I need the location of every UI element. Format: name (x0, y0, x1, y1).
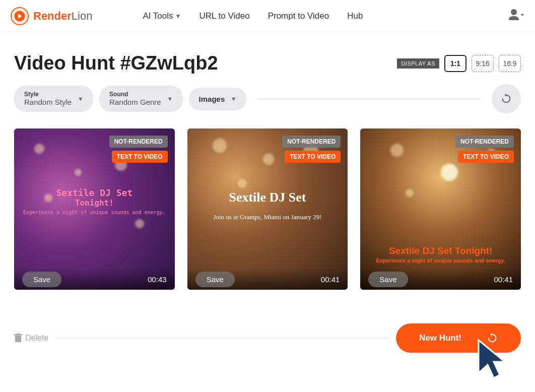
divider (55, 338, 389, 339)
save-button[interactable]: Save (368, 272, 408, 287)
nav-hub[interactable]: Hub (347, 11, 363, 21)
svg-point-2 (511, 9, 517, 15)
card-footer: Save 00:43 (14, 269, 175, 290)
filter-style[interactable]: Style Random Style ▼ (14, 86, 93, 112)
logo[interactable]: RenderLion (10, 7, 92, 26)
user-menu[interactable] (508, 8, 525, 24)
page-header: Video Hunt #GZwLqb2 DISPLAY AS 1:1 9:16 … (0, 32, 535, 84)
card-badges: NOT-RENDERED TEXT TO VIDEO (109, 136, 168, 163)
ratio-1-1[interactable]: 1:1 (444, 55, 466, 72)
refresh-button[interactable] (492, 84, 521, 113)
refresh-icon (501, 93, 512, 104)
caret-down-icon: ▼ (78, 96, 83, 102)
display-as-group: DISPLAY AS 1:1 9:16 16:9 (397, 55, 521, 72)
video-card[interactable]: NOT-RENDERED TEXT TO VIDEO Sextile DJ Se… (360, 128, 521, 290)
filter-style-label: Style (24, 91, 72, 98)
caret-down-icon: ▼ (231, 96, 236, 102)
filter-sound[interactable]: Sound Random Genre ▼ (99, 86, 182, 112)
filter-sound-value: Random Genre (109, 98, 161, 106)
badge-text-to-video: TEXT TO VIDEO (112, 151, 168, 163)
filter-images-label: Images (199, 95, 225, 103)
nav-url-to-video[interactable]: URL to Video (199, 11, 249, 21)
main-nav: AI Tools ▼ URL to Video Prompt to Video … (143, 11, 363, 21)
badge-text-to-video: TEXT TO VIDEO (285, 151, 341, 163)
delete-button[interactable]: Delete (14, 334, 48, 343)
svg-rect-5 (17, 334, 20, 335)
svg-rect-3 (15, 336, 21, 342)
card-overlay-text: Sextile DJ Set Join us at Gramps, Miami … (195, 190, 340, 221)
video-card[interactable]: NOT-RENDERED TEXT TO VIDEO Sextile DJ Se… (14, 128, 175, 290)
nav-ai-tools[interactable]: AI Tools ▼ (143, 11, 181, 21)
video-cards: NOT-RENDERED TEXT TO VIDEO Sextile DJ Se… (0, 128, 535, 290)
save-button[interactable]: Save (195, 272, 235, 287)
caret-down-icon: ▼ (175, 13, 181, 20)
duration-label: 00:43 (148, 275, 167, 284)
nav-prompt-to-video-label: Prompt to Video (268, 11, 329, 21)
card-badges: NOT-RENDERED TEXT TO VIDEO (282, 136, 341, 163)
filters-row: Style Random Style ▼ Sound Random Genre … (0, 84, 535, 113)
display-as-label: DISPLAY AS (397, 58, 439, 69)
card-overlay-text: Sextile DJ Set Tonight! Experience a nig… (367, 245, 514, 264)
refresh-icon (487, 333, 498, 344)
ratio-16-9[interactable]: 16:9 (499, 55, 521, 72)
bottom-bar: Delete New Hunt! (14, 323, 521, 353)
header-bar: RenderLion AI Tools ▼ URL to Video Promp… (0, 0, 535, 32)
card-subtitle: Join us at Gramps, Miami on January 29! (195, 213, 340, 221)
filter-style-value: Random Style (24, 98, 72, 106)
video-card[interactable]: NOT-RENDERED TEXT TO VIDEO Sextile DJ Se… (187, 128, 348, 290)
save-button[interactable]: Save (22, 272, 61, 287)
card-title-line2: Tonight! (22, 198, 167, 208)
trash-icon (14, 334, 22, 343)
card-footer: Save 00:41 (187, 269, 348, 290)
page-title: Video Hunt #GZwLqb2 (14, 52, 218, 74)
ratio-9-16[interactable]: 9:16 (472, 55, 494, 72)
duration-label: 00:41 (321, 275, 340, 284)
card-title: Sextile DJ Set (195, 190, 340, 205)
card-footer: Save 00:41 (360, 269, 521, 290)
badge-not-rendered: NOT-RENDERED (109, 136, 168, 148)
logo-icon (10, 7, 29, 26)
filter-sound-label: Sound (109, 91, 161, 98)
card-title: Sextile DJ Set Tonight! (367, 245, 514, 256)
card-title-line1: Sextile DJ Set (22, 187, 167, 198)
nav-url-to-video-label: URL to Video (199, 11, 249, 21)
nav-prompt-to-video[interactable]: Prompt to Video (268, 11, 329, 21)
logo-text: RenderLion (33, 10, 92, 23)
new-hunt-label: New Hunt! (419, 333, 461, 343)
card-subtitle: Experience a night of unique sounds and … (22, 210, 167, 215)
badge-not-rendered: NOT-RENDERED (282, 136, 341, 148)
divider (257, 99, 481, 99)
filter-images[interactable]: Images ▼ (189, 88, 247, 110)
delete-label: Delete (25, 334, 48, 343)
badge-not-rendered: NOT-RENDERED (455, 136, 514, 148)
new-hunt-button[interactable]: New Hunt! (396, 323, 521, 353)
nav-ai-tools-label: AI Tools (143, 11, 173, 21)
user-icon (508, 8, 525, 22)
card-overlay-text: Sextile DJ Set Tonight! Experience a nig… (22, 187, 167, 215)
duration-label: 00:41 (494, 275, 513, 284)
card-badges: NOT-RENDERED TEXT TO VIDEO (455, 136, 514, 163)
badge-text-to-video: TEXT TO VIDEO (458, 151, 514, 163)
nav-hub-label: Hub (347, 11, 363, 21)
caret-down-icon: ▼ (167, 96, 173, 102)
card-subtitle: Experience a night of unique sounds and … (367, 257, 514, 264)
